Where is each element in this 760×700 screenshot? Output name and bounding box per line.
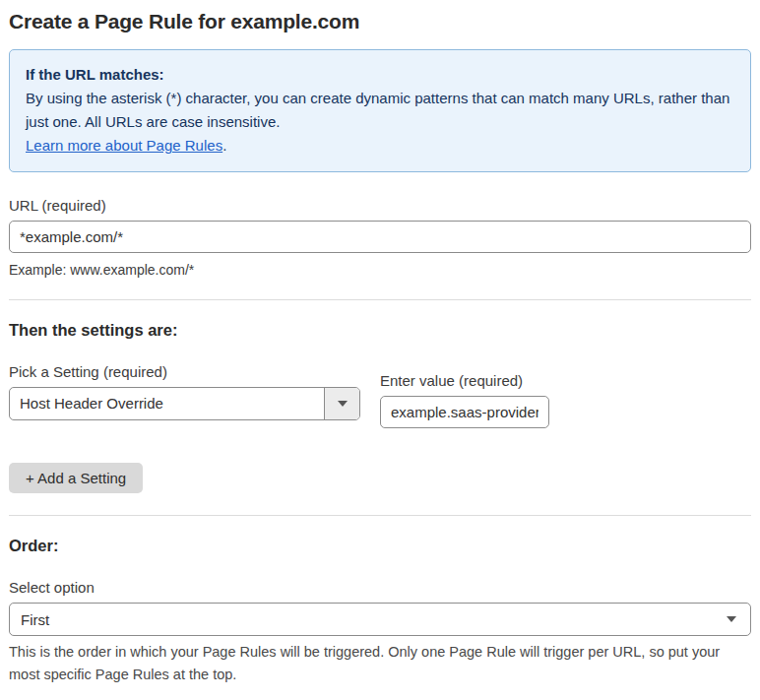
order-heading: Order:: [9, 537, 751, 555]
link-period: .: [222, 137, 226, 154]
order-select[interactable]: First: [9, 603, 751, 636]
divider: [9, 515, 751, 516]
setting-value-group: Enter value (required): [380, 372, 549, 428]
info-box-link-line: Learn more about Page Rules.: [26, 134, 734, 158]
settings-heading: Then the settings are:: [9, 321, 751, 340]
url-input[interactable]: [9, 221, 751, 253]
setting-picker-dropdown-button[interactable]: [324, 388, 359, 419]
url-example-hint: Example: www.example.com/*: [9, 262, 751, 278]
url-section: URL (required) Example: www.example.com/…: [9, 197, 751, 278]
page-title: Create a Page Rule for example.com: [9, 10, 751, 33]
add-setting-button[interactable]: + Add a Setting: [9, 463, 143, 493]
setting-value-input[interactable]: [380, 396, 549, 428]
order-help-text: This is the order in which your Page Rul…: [9, 641, 737, 686]
setting-picker-group: Pick a Setting (required) Host Header Ov…: [9, 363, 360, 428]
setting-row: Pick a Setting (required) Host Header Ov…: [9, 363, 751, 428]
info-box-heading: If the URL matches:: [26, 63, 734, 87]
learn-more-link[interactable]: Learn more about Page Rules: [26, 137, 222, 154]
setting-picker-select[interactable]: Host Header Override: [9, 387, 360, 420]
setting-picker-label: Pick a Setting (required): [9, 363, 360, 380]
info-box-body: By using the asterisk (*) character, you…: [26, 87, 734, 134]
order-select-label: Select option: [9, 579, 751, 596]
chevron-down-icon: [727, 616, 736, 622]
url-match-info-box: If the URL matches: By using the asteris…: [9, 49, 751, 172]
url-label: URL (required): [9, 197, 751, 214]
divider: [9, 299, 751, 300]
order-select-value: First: [21, 611, 727, 628]
setting-value-label: Enter value (required): [380, 372, 549, 389]
chevron-down-icon: [338, 401, 348, 407]
page-rule-form: Create a Page Rule for example.com If th…: [0, 0, 760, 700]
setting-picker-value: Host Header Override: [10, 388, 324, 419]
